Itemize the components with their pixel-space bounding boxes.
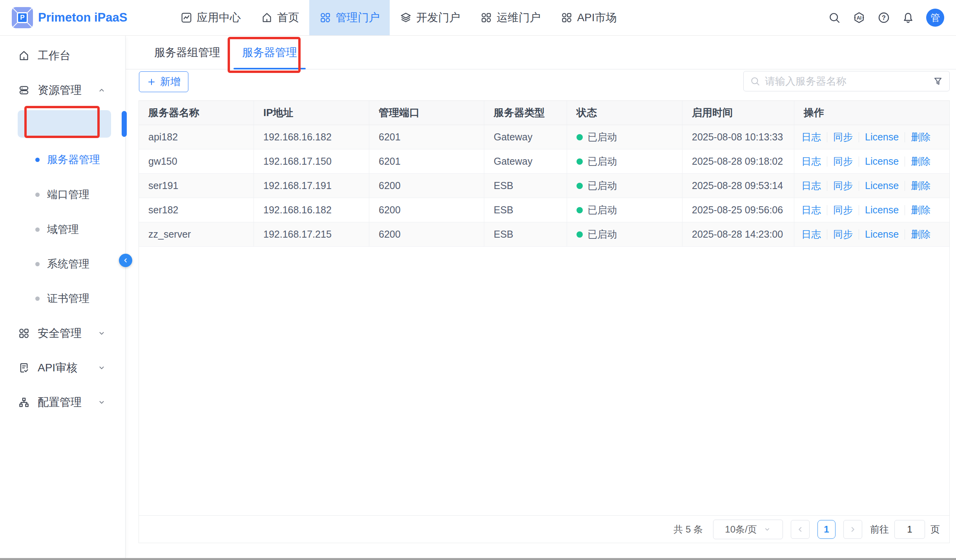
chart-icon: [181, 12, 192, 24]
total-count: 共 5 条: [673, 523, 703, 536]
logo-letter: P: [17, 12, 28, 23]
sync-link[interactable]: 同步: [833, 131, 853, 144]
nav-label: 运维门户: [496, 10, 540, 25]
col-header-server-name: 服务器名称: [139, 101, 254, 125]
cell-ip: 192.168.17.191: [254, 174, 369, 198]
license-link[interactable]: License: [865, 156, 899, 167]
chevron-right-icon: [848, 525, 857, 534]
cell-ip: 192.168.16.182: [254, 198, 369, 222]
sidebar-item-label: 安全管理: [38, 326, 82, 341]
log-link[interactable]: 日志: [801, 228, 821, 241]
divider: [859, 229, 859, 240]
cell-actions: 日志同步License删除: [794, 174, 949, 198]
active-menu-highlight: [18, 110, 111, 138]
grid-icon: [18, 327, 30, 339]
log-link[interactable]: 日志: [801, 155, 821, 168]
main-content: 服务器组管理 服务器管理 新增 服务器名称 IP地址 管理端口 服务器类型 状态…: [126, 36, 956, 560]
cell-ip: 192.168.17.215: [254, 222, 369, 247]
search-input[interactable]: [765, 75, 933, 87]
bullet-dot-icon: [35, 262, 40, 266]
log-link[interactable]: 日志: [801, 179, 821, 192]
license-link[interactable]: License: [865, 204, 899, 216]
goto-page-group: 前往 1 页: [870, 520, 940, 539]
license-link[interactable]: License: [865, 131, 899, 143]
cell-type: ESB: [484, 198, 567, 222]
page-unit-label: 页: [930, 523, 940, 536]
delete-link[interactable]: 删除: [911, 179, 930, 192]
cell-actions: 日志同步License删除: [794, 222, 949, 247]
sidebar-item-domain-mgmt[interactable]: 域管理: [0, 218, 125, 240]
sidebar-item-port-mgmt[interactable]: 端口管理: [0, 184, 125, 205]
divider: [905, 132, 905, 142]
cell-actions: 日志同步License删除: [794, 198, 949, 222]
sync-link[interactable]: 同步: [833, 228, 853, 241]
plus-icon: [147, 77, 156, 87]
prev-page-button[interactable]: [791, 520, 810, 539]
cell-actions: 日志同步License删除: [794, 125, 949, 149]
chevron-down-icon: [97, 329, 106, 338]
sync-link[interactable]: 同步: [833, 204, 853, 216]
sidebar-item-cert-mgmt[interactable]: 证书管理: [0, 287, 125, 309]
sidebar-item-system-mgmt[interactable]: 系统管理: [0, 253, 125, 275]
col-header-status: 状态: [567, 101, 682, 125]
next-page-button[interactable]: [843, 520, 862, 539]
cell-type: Gateway: [484, 125, 567, 149]
delete-link[interactable]: 删除: [911, 131, 930, 144]
current-page-button[interactable]: 1: [817, 520, 836, 539]
sidebar-item-workbench[interactable]: 工作台: [0, 45, 125, 67]
nav-item-api-market[interactable]: API市场: [551, 0, 627, 35]
sidebar-item-label: 服务器管理: [47, 153, 100, 167]
svg-text:AI: AI: [857, 15, 862, 21]
sync-link[interactable]: 同步: [833, 179, 853, 192]
log-link[interactable]: 日志: [801, 204, 821, 216]
nav-item-home[interactable]: 首页: [251, 0, 309, 35]
active-menu-indicator-bar: [122, 111, 127, 137]
divider: [827, 229, 827, 240]
status-text: 已启动: [587, 155, 617, 168]
nav-item-app-center[interactable]: 应用中心: [170, 0, 251, 35]
license-link[interactable]: License: [865, 229, 899, 240]
col-header-port: 管理端口: [369, 101, 484, 125]
nav-label: API市场: [577, 10, 617, 25]
sidebar-collapse-button[interactable]: [119, 254, 132, 267]
delete-link[interactable]: 删除: [911, 204, 930, 216]
chevron-down-icon: [97, 398, 106, 407]
delete-link[interactable]: 删除: [911, 228, 930, 241]
cell-ip: 192.168.17.150: [254, 149, 369, 174]
help-icon[interactable]: ?: [878, 11, 890, 24]
cell-status: 已启动: [567, 149, 682, 174]
tab-server-group-mgmt[interactable]: 服务器组管理: [146, 36, 229, 69]
bullet-dot-icon: [35, 296, 40, 301]
header-right-tools: AI ? 管: [828, 9, 944, 27]
cell-start-time: 2025-08-08 10:13:33: [682, 125, 794, 149]
nav-item-admin-portal[interactable]: 管理门户: [309, 0, 390, 35]
delete-link[interactable]: 删除: [911, 155, 930, 168]
home-icon: [261, 12, 273, 24]
sidebar-item-server-mgmt[interactable]: 服务器管理: [0, 149, 125, 171]
page-size-select[interactable]: 10条/页: [713, 520, 783, 539]
home-icon: [18, 50, 30, 62]
filter-funnel-icon[interactable]: [933, 76, 943, 86]
sidebar-item-resource-mgmt[interactable]: 资源管理: [0, 79, 125, 101]
table-row: ser191 192.168.17.191 6200 ESB 已启动 2025-…: [139, 174, 949, 198]
sync-link[interactable]: 同步: [833, 155, 853, 168]
nav-item-dev-portal[interactable]: 开发门户: [390, 0, 470, 35]
goto-page-input[interactable]: 1: [894, 520, 925, 539]
sidebar-item-security-mgmt[interactable]: 安全管理: [0, 322, 125, 344]
status-text: 已启动: [587, 179, 617, 192]
add-server-button[interactable]: 新增: [139, 71, 188, 92]
sidebar-item-label: 配置管理: [38, 395, 82, 410]
license-link[interactable]: License: [865, 180, 899, 191]
sidebar-item-label: 工作台: [38, 48, 71, 63]
ai-icon[interactable]: AI: [852, 11, 866, 24]
sidebar-item-api-review[interactable]: API审核: [0, 357, 125, 379]
avatar[interactable]: 管: [926, 9, 944, 27]
search-icon[interactable]: [828, 11, 841, 24]
tab-server-mgmt[interactable]: 服务器管理: [234, 36, 306, 69]
cell-type: ESB: [484, 222, 567, 247]
sidebar-item-config-mgmt[interactable]: 配置管理: [0, 391, 125, 413]
divider: [905, 181, 905, 191]
bell-icon[interactable]: [902, 11, 914, 24]
nav-item-ops-portal[interactable]: 运维门户: [470, 0, 551, 35]
log-link[interactable]: 日志: [801, 131, 821, 144]
